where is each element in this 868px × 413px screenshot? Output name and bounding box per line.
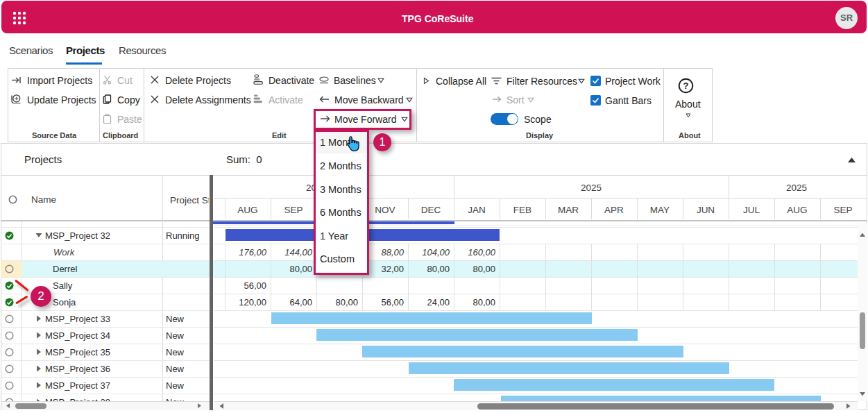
svg-text:?: ? — [683, 81, 689, 91]
